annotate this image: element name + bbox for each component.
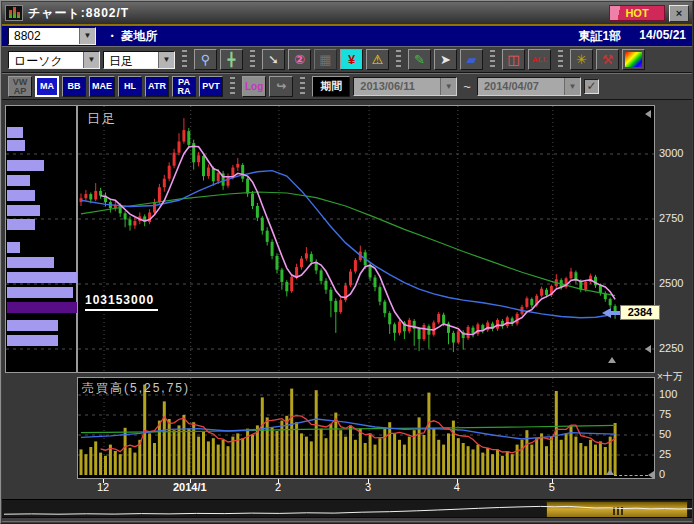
pvt-button[interactable]: PVT <box>199 76 223 97</box>
date-label: 14/05/21 <box>639 28 686 45</box>
candle-width-icon[interactable]: ◫ <box>502 49 525 70</box>
volume-marker-left-icon[interactable] <box>648 471 654 479</box>
pane-label: 日足 <box>87 110 117 128</box>
market-label: 東証1部 <box>579 28 622 45</box>
volume-zero-marker <box>614 475 648 476</box>
last-price-arrow-icon <box>602 308 611 318</box>
axis-label: 75 <box>659 408 671 420</box>
volume-by-price-bar <box>7 257 54 268</box>
crosshair-grid-icon[interactable]: ╋ <box>220 49 243 70</box>
axis-label: 2500 <box>659 277 683 289</box>
all-icon[interactable]: ALL <box>528 49 551 70</box>
vwap-button[interactable]: VW AP <box>8 76 32 97</box>
price-pane[interactable] <box>77 105 655 373</box>
toolbar-grip <box>490 50 495 70</box>
volume-marker-up-icon[interactable] <box>606 469 614 475</box>
chevron-down-icon[interactable]: ▼ <box>83 52 99 68</box>
x-axis-tick <box>457 479 458 483</box>
scale-marker-top-icon[interactable] <box>645 110 651 118</box>
atr-button[interactable]: ATR <box>145 76 169 97</box>
symbol-code-combobox[interactable]: 8802 ▼ <box>8 27 96 45</box>
period-button[interactable]: 期間 <box>312 76 350 97</box>
chart-window: チャート:8802/T HOT × 8802 ▼ ・ 菱地所 東証1部 14/0… <box>0 0 694 524</box>
symbol-bar: 8802 ▼ ・ 菱地所 東証1部 14/05/21 <box>2 26 692 46</box>
circled-2-icon[interactable]: ② <box>288 49 311 70</box>
axis-label: 25 <box>659 448 671 460</box>
axis-label: 0 <box>659 468 665 480</box>
hl-button[interactable]: HL <box>118 76 142 97</box>
volume-by-price-bar <box>7 160 44 171</box>
volume-by-price-bar <box>7 219 35 230</box>
bb-button[interactable]: BB <box>62 76 86 97</box>
redo-icon-button[interactable]: ↪ <box>269 76 293 97</box>
trend-down-icon[interactable]: ➘ <box>262 49 285 70</box>
yen-icon[interactable]: ¥ <box>340 49 363 70</box>
axis-label: 100 <box>659 388 677 400</box>
last-price-tag: 2384 <box>620 305 660 320</box>
mae-button[interactable]: MAE <box>89 76 115 97</box>
date-from-combobox[interactable]: 2013/06/11 ▼ <box>353 77 457 96</box>
axis-label: 50 <box>659 428 671 440</box>
volume-annotation: 103153000 <box>85 293 158 311</box>
date-to-combobox[interactable]: 2014/04/07 ▼ <box>477 77 581 96</box>
toolbar-grip <box>558 50 563 70</box>
volume-by-price-panel <box>5 105 77 373</box>
last-price-arrow-stem <box>611 311 620 315</box>
draw-pencil-icon[interactable]: ✎ <box>408 49 431 70</box>
toolbar-icon-group: ⚲╋➘②▦¥⚠✎➤▰◫ALL✳⚒ <box>178 49 645 70</box>
x-axis-tick <box>190 479 191 483</box>
window-bottom-edge <box>2 517 692 522</box>
x-axis-tick <box>278 479 279 483</box>
axis-label: 2750 <box>659 212 683 224</box>
title-bar[interactable]: チャート:8802/T HOT × <box>2 2 692 24</box>
axis-label: 2250 <box>659 342 683 354</box>
net-icon[interactable]: ✳ <box>570 49 593 70</box>
axis-label: ×十万 <box>657 370 683 384</box>
chevron-down-icon: ▼ <box>440 78 456 95</box>
volume-by-price-bar <box>7 320 58 331</box>
axis-label: 3000 <box>659 147 683 159</box>
horizontal-scrollbar[interactable] <box>2 499 692 519</box>
toolbar-grip <box>300 77 305 97</box>
symbol-name: 菱地所 <box>121 29 157 43</box>
symbol-bullet: ・ <box>106 29 118 43</box>
close-icon[interactable]: × <box>669 5 689 22</box>
price-chart-svg <box>78 106 654 372</box>
zoom-icon[interactable]: ⚲ <box>194 49 217 70</box>
chart-region: 日足 売買高(5,25,75) 103153000 2384 300027502… <box>2 100 692 499</box>
period-checkbox[interactable]: ✓ <box>584 79 599 94</box>
indicator-bar: VW APMABBMAEHLATRPA RAPVTLog↪ 期間 2013/06… <box>2 73 692 100</box>
para-button[interactable]: PA RA <box>172 76 196 97</box>
chart-type-value: ローソク <box>9 52 83 68</box>
toolbar-grip <box>230 77 235 97</box>
date-to-value: 2014/04/07 <box>478 78 564 95</box>
chevron-down-icon[interactable]: ▼ <box>158 52 174 68</box>
log-button[interactable]: Log <box>242 76 266 97</box>
pointer-icon[interactable]: ➤ <box>434 49 457 70</box>
volume-by-price-bar <box>7 190 35 201</box>
toolbar-grip <box>182 50 187 70</box>
toolbar-grip <box>396 50 401 70</box>
volume-pane-label: 売買高(5,25,75) <box>82 380 190 397</box>
ma-button[interactable]: MA <box>35 76 59 97</box>
tools-icon[interactable]: ⚒ <box>596 49 619 70</box>
app-chart-icon <box>5 5 23 21</box>
scale-marker-bottom-icon[interactable] <box>645 345 651 353</box>
chevron-down-icon: ▼ <box>564 78 580 95</box>
grid-icon[interactable]: ▦ <box>314 49 337 70</box>
volume-by-price-bar <box>7 140 25 151</box>
scale-marker-up-icon[interactable] <box>608 357 616 363</box>
palette-icon[interactable] <box>622 49 645 70</box>
chevron-down-icon[interactable]: ▼ <box>79 28 95 44</box>
volume-by-price-bar <box>7 335 58 346</box>
volume-by-price-bar <box>7 287 73 298</box>
timeframe-combobox[interactable]: 日足 ▼ <box>103 51 175 69</box>
toolbar-grip <box>250 50 255 70</box>
eraser-icon[interactable]: ▰ <box>460 49 483 70</box>
x-axis-tick <box>103 479 104 483</box>
hot-button[interactable]: HOT <box>609 5 665 21</box>
timeframe-value: 日足 <box>104 52 158 68</box>
volume-by-price-bar <box>7 205 40 216</box>
chart-type-combobox[interactable]: ローソク ▼ <box>8 51 100 69</box>
warning-icon[interactable]: ⚠ <box>366 49 389 70</box>
